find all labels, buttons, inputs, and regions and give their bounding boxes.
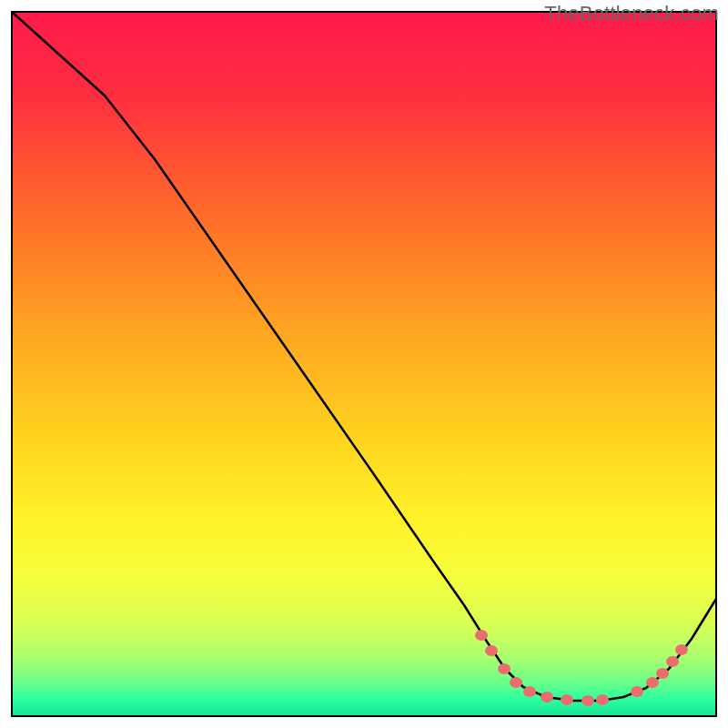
gradient-background xyxy=(12,12,716,716)
curve-marker xyxy=(475,630,488,641)
curve-marker xyxy=(656,668,669,679)
curve-marker xyxy=(631,686,643,697)
curve-marker xyxy=(485,645,498,656)
curve-marker xyxy=(498,663,511,674)
curve-marker xyxy=(596,694,609,705)
watermark-text: TheBottleneck.com xyxy=(544,2,719,25)
curve-marker xyxy=(541,692,553,703)
chart-container: TheBottleneck.com xyxy=(0,0,728,728)
curve-marker xyxy=(581,695,594,706)
curve-marker xyxy=(523,686,536,697)
curve-marker xyxy=(510,677,522,688)
curve-marker xyxy=(561,694,573,705)
bottleneck-chart xyxy=(0,0,728,728)
curve-marker xyxy=(675,644,688,655)
curve-marker xyxy=(646,677,659,688)
curve-marker xyxy=(666,656,679,667)
